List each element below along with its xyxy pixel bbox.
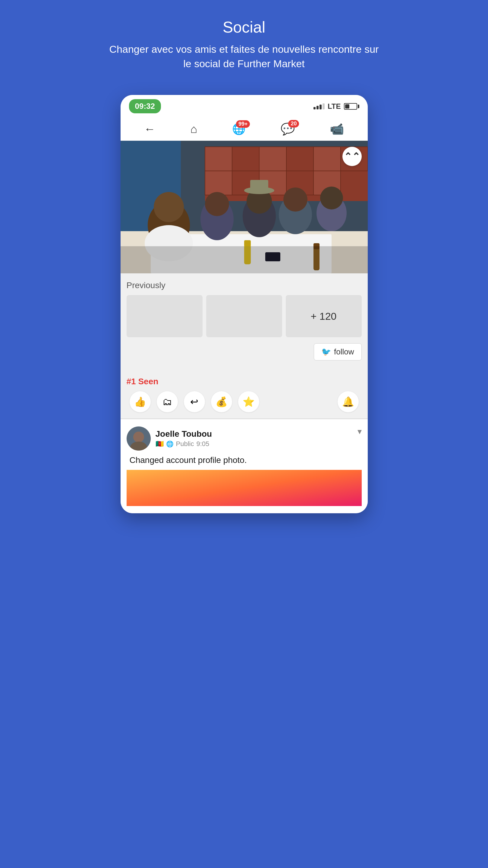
notifications-button[interactable]: 🌐 99+ xyxy=(232,123,246,135)
svg-rect-5 xyxy=(259,147,286,171)
globe-public-icon: 🌐 xyxy=(166,440,174,447)
post-dropdown-button[interactable]: ▾ xyxy=(358,427,362,436)
share-button[interactable]: ↩ xyxy=(184,391,205,412)
post-image-preview xyxy=(127,470,362,506)
svg-rect-4 xyxy=(232,147,259,171)
signal-bar-1 xyxy=(313,107,315,110)
visibility-label: Public xyxy=(176,440,194,448)
more-count-label: + 120 xyxy=(310,310,336,322)
follow-row: 🐦 follow xyxy=(127,343,362,361)
post-photo-svg xyxy=(121,141,368,273)
follow-button[interactable]: 🐦 follow xyxy=(314,343,361,361)
seen-section: #1 Seen 👍 🗂 ↩ 💰 ⭐ xyxy=(121,374,368,418)
star-icon: ⭐ xyxy=(243,396,255,407)
like-icon: 👍 xyxy=(134,396,146,407)
follow-label: follow xyxy=(334,347,354,356)
post-header: Joelle Toubou 🇨🇲 🌐 Public 9:05 ▾ xyxy=(127,427,362,451)
money-button[interactable]: 💰 xyxy=(211,391,232,412)
post-user: Joelle Toubou 🇨🇲 🌐 Public 9:05 xyxy=(127,427,212,451)
svg-rect-34 xyxy=(121,246,368,273)
avatar-inner xyxy=(127,427,151,451)
repost-button[interactable]: 🗂 xyxy=(157,391,178,412)
bell-icon: 🔔 xyxy=(342,396,354,407)
svg-point-28 xyxy=(320,187,343,210)
user-info: Joelle Toubou 🇨🇲 🌐 Public 9:05 xyxy=(155,429,212,448)
bell-button[interactable]: 🔔 xyxy=(338,391,359,412)
thumbnail-2[interactable] xyxy=(206,295,282,337)
messages-badge: 20 xyxy=(288,120,299,127)
user-meta: 🇨🇲 🌐 Public 9:05 xyxy=(155,440,212,448)
twitter-icon: 🐦 xyxy=(321,347,331,356)
page-title: Social xyxy=(109,18,380,36)
battery-fill xyxy=(345,104,349,108)
svg-point-36 xyxy=(133,432,144,442)
home-button[interactable]: ⌂ xyxy=(190,123,197,135)
post-text: Changed account profile photo. xyxy=(127,456,362,465)
signal-bar-3 xyxy=(319,104,322,110)
svg-point-26 xyxy=(283,187,307,212)
video-button[interactable]: 📹 xyxy=(330,122,344,135)
status-icons: LTE xyxy=(313,102,359,111)
svg-rect-30 xyxy=(244,240,251,246)
post-bottom-image xyxy=(127,470,362,506)
home-icon: ⌂ xyxy=(190,123,197,135)
phone-frame: 09:32 LTE ← ⌂ 🌐 99+ xyxy=(121,95,368,513)
svg-rect-3 xyxy=(205,147,232,171)
lte-indicator: LTE xyxy=(328,102,341,111)
svg-point-17 xyxy=(154,192,184,222)
svg-rect-6 xyxy=(286,147,313,171)
user-avatar xyxy=(127,427,151,451)
post-time: 9:05 xyxy=(196,440,209,448)
battery xyxy=(344,103,359,110)
battery-body xyxy=(344,103,357,110)
user-name: Joelle Toubou xyxy=(155,429,212,439)
back-arrow-icon: ← xyxy=(144,123,155,135)
avatar-svg xyxy=(127,427,151,451)
flag-icon: 🇨🇲 xyxy=(155,440,164,448)
time-badge: 09:32 xyxy=(129,99,161,113)
back-button[interactable]: ← xyxy=(144,123,155,135)
seen-label: #1 Seen xyxy=(127,377,362,386)
post-section: Previously + 120 🐦 follow xyxy=(121,273,368,374)
seen-text: Seen xyxy=(138,377,158,386)
svg-point-20 xyxy=(205,192,229,216)
page-subtitle: Changer avec vos amis et faites de nouve… xyxy=(109,42,380,71)
thumbnail-1[interactable] xyxy=(127,295,203,337)
nav-bar: ← ⌂ 🌐 99+ 💬 20 📹 xyxy=(121,118,368,141)
thumbnail-more[interactable]: + 120 xyxy=(286,295,362,337)
scroll-up-icon: ⌃⌃ xyxy=(344,152,360,161)
action-icons-row: 👍 🗂 ↩ 💰 ⭐ 🔔 xyxy=(127,391,362,412)
page-header: Social Changer avec vos amis et faites d… xyxy=(96,0,392,83)
svg-rect-7 xyxy=(313,147,341,171)
thumbnails-row: + 120 xyxy=(127,295,362,337)
svg-rect-38 xyxy=(127,470,362,506)
repost-icon: 🗂 xyxy=(162,396,172,407)
notifications-badge: 99+ xyxy=(236,120,250,128)
signal-bar-4 xyxy=(323,103,325,110)
signal-bars xyxy=(313,103,325,110)
next-post: Joelle Toubou 🇨🇲 🌐 Public 9:05 ▾ Changed… xyxy=(121,419,368,513)
messages-button[interactable]: 💬 20 xyxy=(281,122,295,135)
battery-tip xyxy=(358,104,359,108)
signal-bar-2 xyxy=(316,106,318,110)
share-icon: ↩ xyxy=(190,396,199,407)
video-icon: 📹 xyxy=(330,123,344,135)
main-post-image: ⌃⌃ xyxy=(121,141,368,273)
svg-rect-24 xyxy=(250,180,268,191)
status-bar: 09:32 LTE xyxy=(121,95,368,118)
previously-label: Previously xyxy=(127,281,362,290)
action-icons-left: 👍 🗂 ↩ 💰 ⭐ xyxy=(130,391,259,412)
star-button[interactable]: ⭐ xyxy=(238,391,259,412)
seen-hash: #1 xyxy=(127,377,139,386)
like-button[interactable]: 👍 xyxy=(130,391,151,412)
money-icon: 💰 xyxy=(215,396,227,407)
post-image-inner xyxy=(121,141,368,273)
scroll-up-button[interactable]: ⌃⌃ xyxy=(342,147,362,166)
svg-rect-9 xyxy=(205,171,232,195)
